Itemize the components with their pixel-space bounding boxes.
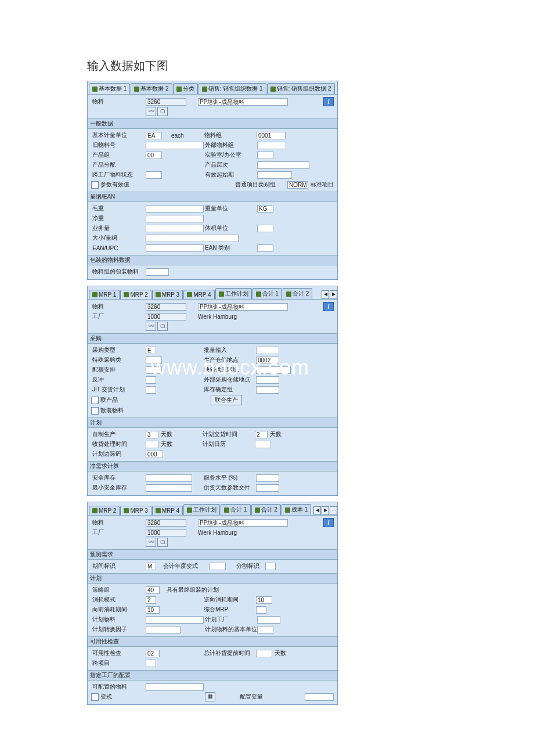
prod-loc-input[interactable]: 0002 [256,357,279,364]
pack-mat-input[interactable] [146,268,169,276]
min-safety-input[interactable] [146,484,192,492]
vendor-area-input[interactable] [256,366,291,374]
param-checkbox[interactable] [91,181,99,189]
joint-button[interactable]: 联合生产 [211,395,242,405]
tab-mrp2[interactable]: MRP 2 [120,290,151,299]
sched-key-input[interactable]: 000 [146,451,163,458]
tot-repl-input[interactable] [256,650,272,657]
tab-class[interactable]: 分类 [173,83,198,94]
strat-input[interactable]: 40 [146,586,160,594]
backflush-input[interactable] [146,376,156,384]
tab-total1[interactable]: 合计 1 [221,504,250,515]
material-input[interactable]: 3260 [146,519,186,527]
config-icon[interactable]: ▦ [205,692,215,701]
tab-next-icon[interactable]: ▶ [322,506,329,515]
gen-item-input[interactable]: NORM [287,181,308,189]
variant-checkbox[interactable] [91,693,99,701]
desc-input[interactable]: PP培训-成品物料 [198,519,288,527]
quota-input[interactable] [146,366,162,374]
tab-mrp2[interactable]: MRP 2 [89,506,120,515]
plant-input[interactable]: 1000 [146,529,186,537]
gr-time-input[interactable] [146,441,158,448]
spec-proc-input[interactable] [146,357,162,364]
bwd-cons-input[interactable]: 10 [256,596,272,604]
tab-next-icon[interactable]: ▶ [330,290,337,299]
fwd-input[interactable]: 10 [146,606,160,614]
biz-input[interactable] [146,225,204,232]
base-uom-input[interactable]: EA [146,132,162,139]
tab-mrp4[interactable]: MRP 4 [152,506,183,515]
size-input[interactable] [146,235,239,242]
period-input[interactable]: M [146,563,156,570]
tab-total1[interactable]: 合计 1 [252,288,282,299]
mixed-input[interactable] [256,606,266,614]
vol-unit-input[interactable] [257,225,273,232]
tab-mrp1[interactable]: MRP 1 [89,290,120,299]
plan-cal-input[interactable] [255,441,271,448]
valid-from-input[interactable] [257,171,292,179]
tab-basic1[interactable]: 基本数据 1 [89,83,130,94]
tab-list-icon[interactable]: ⋯ [330,506,337,515]
bulk-checkbox[interactable] [91,407,99,415]
plan-mat-input[interactable] [146,616,204,624]
info-icon[interactable] [323,97,334,106]
conf-mat-input[interactable] [146,683,204,691]
glasses-icon[interactable]: 👓 [146,538,156,547]
fy-input[interactable] [210,563,226,570]
svc-input[interactable] [256,474,279,482]
note-icon[interactable]: ▢ [157,107,168,116]
tab-sales2[interactable]: 销售: 销售组织数据 2 [267,83,335,94]
inhouse-input[interactable]: 3 [146,431,158,438]
desc-input[interactable]: PP培训-成品物料 [198,98,288,106]
tab-worksched[interactable]: 工作计划 [183,504,220,515]
info-icon[interactable] [323,302,334,311]
desc-input[interactable]: PP培训-成品物料 [198,303,288,311]
cons-mode-input[interactable]: 2 [146,596,156,604]
ean-input[interactable] [146,244,204,252]
plant-input[interactable]: 1000 [146,313,186,321]
tab-cost1[interactable]: 成本 1 [282,504,311,515]
info-icon[interactable] [323,518,334,527]
lab-input[interactable] [257,152,273,159]
cov-prof-input[interactable] [256,484,279,492]
gross-input[interactable] [146,205,204,213]
ext-material-input[interactable] [257,142,286,149]
prod-level-input[interactable] [257,161,309,169]
proc-type-input[interactable]: E [146,347,156,354]
safety-input[interactable] [146,474,192,482]
wt-unit-input[interactable]: KG [257,205,273,213]
plan-plant-input[interactable] [257,616,280,624]
tab-total2[interactable]: 合计 2 [283,288,312,299]
tab-prev-icon[interactable]: ◀ [313,506,321,515]
batch-input[interactable] [256,347,279,354]
plan-uom-input[interactable] [257,626,273,633]
stock-det-input[interactable] [256,386,279,394]
xplant-input[interactable] [146,171,162,179]
net-input[interactable] [146,215,204,222]
glasses-icon[interactable]: 👓 [146,107,156,116]
tab-mrp3[interactable]: MRP 3 [152,290,183,299]
glasses-icon[interactable]: 👓 [146,322,156,331]
tab-basic2[interactable]: 基本数据 2 [131,83,172,94]
conv-input[interactable] [146,626,181,633]
note-icon[interactable]: ▢ [157,538,168,547]
cross-input[interactable] [146,660,156,667]
material-group-input[interactable]: 0001 [257,132,286,139]
avail-input[interactable]: 02 [146,650,160,657]
jit-input[interactable] [146,386,156,394]
coprod-checkbox[interactable] [91,397,99,404]
split-input[interactable] [265,563,276,570]
tab-mrp4[interactable]: MRP 4 [183,290,214,299]
tab-worksched[interactable]: 工作计划 [215,288,252,299]
conf-var-input[interactable] [305,693,334,701]
tab-total2[interactable]: 合计 2 [251,504,281,515]
tab-mrp3[interactable]: MRP 3 [120,506,151,515]
old-material-input[interactable] [146,142,204,149]
tab-prev-icon[interactable]: ◀ [322,290,329,299]
material-input[interactable]: 3260 [146,303,186,311]
sched-margin-input[interactable]: 2 [255,431,268,438]
ean-cat-input[interactable] [257,244,273,252]
note-icon[interactable]: ▢ [157,322,168,331]
tab-sales1[interactable]: 销售: 销售组织数据 1 [199,83,266,94]
ext-proc-input[interactable] [256,376,279,384]
